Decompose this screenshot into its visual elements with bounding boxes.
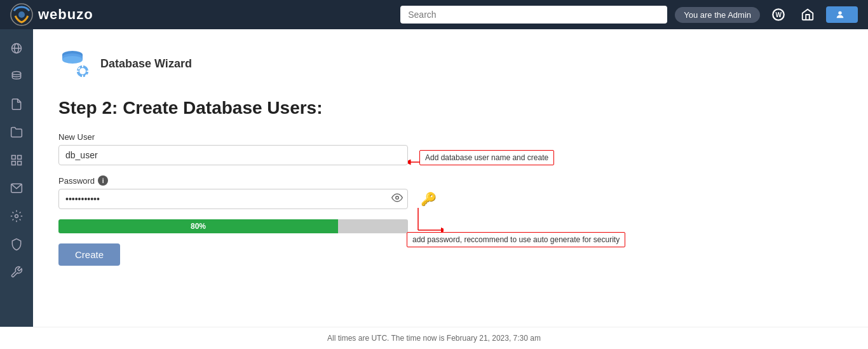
sidebar-item-grid[interactable]	[0, 147, 33, 173]
webuzo-logo-icon	[10, 3, 33, 26]
new-user-input[interactable]	[58, 145, 408, 165]
svg-point-8	[12, 72, 20, 75]
globe-icon	[10, 42, 23, 55]
annotation-arrow-password	[412, 208, 444, 233]
sidebar-item-wrench[interactable]	[0, 259, 33, 285]
password-input[interactable]	[58, 189, 408, 209]
home-icon-button[interactable]	[797, 5, 818, 24]
svg-point-29	[396, 196, 399, 200]
folder-icon	[10, 126, 23, 139]
sidebar-item-database[interactable]	[0, 64, 33, 89]
svg-rect-12	[18, 161, 22, 165]
search-input[interactable]	[400, 6, 667, 24]
svg-point-14	[15, 215, 18, 218]
wordpress-icon-button[interactable]: W	[768, 5, 789, 24]
file-icon	[10, 98, 23, 111]
password-label: Password i	[58, 175, 843, 186]
new-user-label: New User	[58, 132, 843, 142]
auto-generate-password-button[interactable]: 🔑	[418, 189, 439, 209]
logo: webuzo	[10, 3, 93, 26]
shield-icon	[10, 238, 23, 250]
sidebar-item-shield[interactable]	[0, 231, 33, 257]
main-layout: Database Wizard Step 2: Create Database …	[0, 29, 868, 327]
user-icon	[835, 10, 845, 20]
svg-rect-25	[86, 71, 89, 72]
admin-badge: You are the Admin	[675, 7, 760, 23]
toggle-password-button[interactable]	[391, 192, 403, 206]
sidebar-item-mail[interactable]	[0, 175, 33, 201]
create-button[interactable]: Create	[58, 243, 120, 266]
footer: All times are UTC. The time now is Febru…	[0, 327, 868, 349]
top-navigation: webuzo You are the Admin W	[0, 0, 868, 29]
password-strength-bar-row: 80%	[58, 219, 408, 233]
grid-icon	[10, 154, 23, 167]
svg-point-19	[62, 56, 83, 64]
svg-rect-9	[12, 156, 16, 160]
sidebar-item-globe[interactable]	[0, 36, 33, 61]
svg-point-4	[838, 11, 841, 15]
svg-rect-11	[12, 161, 16, 165]
footer-text: All times are UTC. The time now is Febru…	[327, 334, 541, 343]
eye-icon	[391, 192, 403, 203]
svg-point-21	[79, 68, 86, 74]
password-form-group: Password i 🔑	[58, 175, 843, 209]
password-strength-bar: 80%	[58, 219, 408, 233]
svg-text:W: W	[775, 11, 782, 18]
logo-text: webuzo	[38, 6, 93, 23]
annotation-arrow-user	[408, 158, 421, 167]
sidebar	[0, 29, 33, 327]
sidebar-item-settings[interactable]	[0, 203, 33, 229]
progress-label: 80%	[191, 222, 206, 231]
wrench-icon	[10, 266, 23, 278]
password-info-icon[interactable]: i	[98, 175, 108, 186]
sidebar-item-folder[interactable]	[0, 120, 33, 145]
username-annotation: Add database user name and create	[419, 150, 554, 165]
svg-rect-23	[82, 75, 83, 78]
page-title: Database Wizard	[100, 57, 192, 71]
wordpress-icon: W	[771, 8, 785, 22]
main-content: Database Wizard Step 2: Create Database …	[33, 29, 868, 327]
database-wizard-icon	[58, 47, 92, 80]
svg-point-1	[18, 11, 25, 18]
password-strength-fill: 80%	[58, 219, 338, 233]
password-wrapper	[58, 189, 408, 209]
mail-icon	[10, 182, 23, 195]
home-icon	[801, 8, 815, 22]
gear-icon	[10, 210, 23, 222]
password-annotation: add password, reccommend to use auto gen…	[407, 232, 625, 247]
sidebar-item-file[interactable]	[0, 92, 33, 117]
svg-rect-10	[18, 156, 22, 160]
new-user-form-group: New User Add database user name and crea…	[58, 132, 843, 165]
svg-rect-24	[76, 71, 79, 72]
database-icon	[10, 70, 23, 83]
step-title: Step 2: Create Database Users:	[58, 98, 843, 118]
svg-rect-22	[82, 65, 83, 67]
page-header: Database Wizard	[58, 47, 843, 80]
user-menu-button[interactable]	[826, 6, 858, 23]
